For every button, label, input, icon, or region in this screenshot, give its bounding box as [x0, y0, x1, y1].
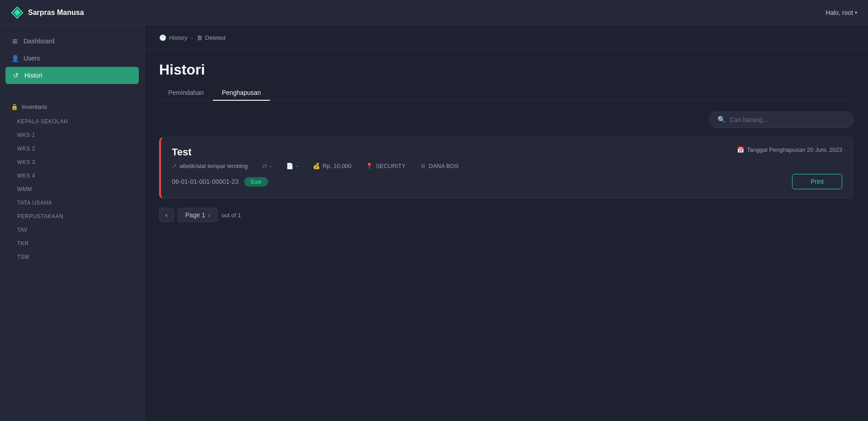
sidebar: ⊞ Dashboard 👤 Users ↺ Histori 🔒 Inventar…: [0, 25, 145, 421]
breadcrumb-deleted-label: Deleted: [205, 34, 226, 41]
page-indicator: Page 1 ›: [178, 208, 218, 222]
category-icon: ↗: [172, 163, 177, 169]
page-title: Histori: [159, 61, 854, 78]
sidebar-item-label: Dashboard: [24, 37, 55, 45]
monitor-icon: 🖥: [420, 163, 426, 169]
clock-icon: 🕐: [159, 34, 166, 41]
location-icon: 📍: [366, 163, 373, 169]
sidebar-sub-wmm[interactable]: WMM: [0, 182, 144, 196]
search-container: 🔍: [709, 112, 854, 128]
tabs: Pemindahan Penghapusan: [159, 85, 854, 101]
card-bottom-left: 06-01-01-001-00001-23 Baik: [172, 177, 268, 187]
price-icon: 💰: [313, 163, 320, 169]
user-greeting: Halo, root: [826, 9, 853, 16]
record-field2: ⇄ -: [262, 163, 272, 169]
card-top-row: Test 📅 Tanggal Penghapusan 20 Juni, 2023: [172, 146, 842, 158]
person-icon: 👤: [11, 54, 19, 62]
history-icon: ↺: [12, 71, 20, 80]
next-page-button-inline[interactable]: ›: [208, 211, 210, 219]
sidebar-sub-wks4[interactable]: WKS 4: [0, 169, 144, 182]
record-source: 🖥 DANA BOS: [420, 163, 458, 169]
sidebar-item-histori[interactable]: ↺ Histori: [5, 67, 139, 84]
sidebar-item-label: Histori: [24, 72, 42, 79]
record-card: Test 📅 Tanggal Penghapusan 20 Juni, 2023…: [159, 137, 854, 199]
main-content: 🕐 History › 🗑 Deleted Histori Pemindahan…: [145, 25, 868, 421]
record-location: 📍 SECURITY: [366, 163, 406, 169]
trash-icon: 🗑: [197, 34, 203, 41]
doc-icon: 📄: [286, 163, 293, 169]
sidebar-sub-tkr[interactable]: TKR: [0, 237, 144, 250]
breadcrumb-history: 🕐 History: [159, 34, 187, 41]
record-source-value: DANA BOS: [429, 163, 458, 169]
sidebar-divider: [11, 91, 133, 92]
chevron-down-icon: ▾: [855, 10, 857, 15]
app-name: Sarpras Manusa: [28, 9, 84, 17]
sidebar-sub-tata-usaha[interactable]: TATA USAHA: [0, 196, 144, 210]
sidebar-sub-wks3[interactable]: WKS 3: [0, 155, 144, 169]
record-date: 📅 Tanggal Penghapusan 20 Juni, 2023: [737, 146, 842, 153]
record-date-label: Tanggal Penghapusan 20 Juni, 2023: [747, 146, 842, 153]
inventaris-label: Inventaris: [22, 103, 47, 110]
arrows-icon: ⇄: [262, 163, 267, 169]
record-field3-value: -: [296, 163, 298, 169]
sidebar-sub-wks2[interactable]: WKS 2: [0, 142, 144, 155]
pagination: ‹ Page 1 › out of 1: [159, 208, 854, 222]
record-field3: 📄 -: [286, 163, 298, 169]
record-code: 06-01-01-001-00001-23: [172, 178, 239, 185]
sidebar-sub-perpustakaan[interactable]: PERPUSTAKAAN: [0, 210, 144, 223]
record-category-value: atletik/alat lempar lembing: [179, 163, 248, 169]
sidebar-sub-wks1[interactable]: WKS 1: [0, 128, 144, 142]
print-button[interactable]: Print: [792, 174, 842, 189]
prev-page-button[interactable]: ‹: [159, 208, 174, 222]
page-out-of: out of 1: [222, 212, 241, 219]
sidebar-item-dashboard[interactable]: ⊞ Dashboard: [0, 33, 144, 50]
sidebar-sub-kepala-sekolah[interactable]: KEPALA SEKOLAH: [0, 115, 144, 128]
calendar-icon: 📅: [737, 146, 744, 153]
search-icon: 🔍: [717, 116, 726, 124]
search-input[interactable]: [730, 116, 845, 123]
record-name: Test: [172, 146, 192, 158]
lock-icon: 🔒: [11, 103, 18, 110]
breadcrumb: 🕐 History › 🗑 Deleted: [145, 25, 868, 49]
record-price: 💰 Rp. 10.000: [313, 163, 352, 169]
breadcrumb-deleted: 🗑 Deleted: [197, 34, 226, 41]
record-price-value: Rp. 10.000: [323, 163, 352, 169]
breadcrumb-history-label: History: [169, 34, 187, 41]
logo-icon: [11, 6, 24, 19]
sidebar-item-users[interactable]: 👤 Users: [0, 50, 144, 67]
record-location-value: SECURITY: [376, 163, 406, 169]
logo: Sarpras Manusa: [11, 6, 84, 19]
card-bottom-row: 06-01-01-001-00001-23 Baik Print: [172, 174, 842, 189]
card-mid-row: ↗ atletik/alat lempar lembing ⇄ - 📄 - 💰 …: [172, 163, 842, 169]
condition-badge: Baik: [244, 177, 268, 187]
topnav: Sarpras Manusa Halo, root ▾: [0, 0, 868, 25]
record-category: ↗ atletik/alat lempar lembing: [172, 163, 248, 169]
search-row: 🔍: [159, 112, 854, 128]
sidebar-sub-tav[interactable]: TAV: [0, 223, 144, 237]
tab-penghapusan[interactable]: Penghapusan: [213, 85, 270, 101]
sidebar-sub-tsm[interactable]: TSM: [0, 250, 144, 264]
tab-pemindahan[interactable]: Pemindahan: [159, 85, 213, 101]
user-menu[interactable]: Halo, root ▾: [826, 9, 857, 16]
page-label: Page 1: [185, 211, 205, 219]
sidebar-item-label: Users: [24, 55, 40, 62]
breadcrumb-separator: ›: [191, 34, 193, 41]
record-field2-value: -: [270, 163, 272, 169]
inventaris-section: 🔒 Inventaris: [0, 99, 144, 115]
grid-icon: ⊞: [11, 37, 19, 45]
